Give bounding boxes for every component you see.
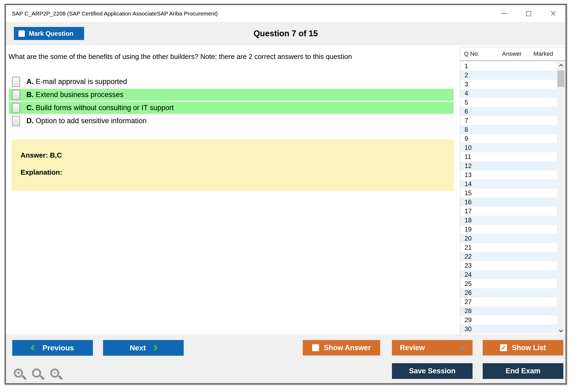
question-list-row[interactable]: 26 [460,288,557,297]
review-button[interactable]: Review [392,340,473,355]
question-list-row[interactable]: 29 [460,315,557,325]
q-no-cell: 27 [460,298,492,306]
close-icon[interactable]: ✕ [549,10,557,17]
zoom-controls: + − [13,368,64,382]
question-list-header: Q No. Answer Marked [460,47,565,61]
q-no-cell: 23 [460,262,492,269]
scroll-up-button[interactable] [557,62,565,69]
question-list-row[interactable]: 28 [460,306,557,315]
minimize-icon[interactable] [500,10,508,17]
q-no-cell: 26 [460,289,492,297]
show-list-button[interactable]: ✓ Show List [483,340,563,355]
show-answer-label: Show Answer [324,344,371,352]
end-exam-button[interactable]: End Exam [483,363,563,379]
question-list-row[interactable]: 9 [460,134,557,143]
q-no-cell: 22 [460,253,492,260]
question-list-row[interactable]: 4 [460,89,557,98]
show-list-checkbox[interactable]: ✓ [500,344,507,351]
review-label: Review [400,344,425,352]
scrollbar-track[interactable] [557,69,565,327]
question-list-row[interactable]: 24 [460,270,557,279]
option-row-A[interactable]: A. E-mail approval is supported [9,76,454,88]
question-list-row[interactable]: 15 [460,189,557,198]
scrollbar-thumb[interactable] [557,70,564,87]
option-checkbox[interactable] [12,103,20,113]
question-list-row[interactable]: 27 [460,297,557,306]
question-list-rows: 1234567891011121314151617181920212223242… [460,62,557,334]
q-no-cell: 24 [460,271,492,278]
q-no-cell: 15 [460,189,492,197]
option-label: A. E-mail approval is supported [26,78,127,86]
q-no-cell: 14 [460,180,492,188]
previous-button[interactable]: Previous [12,340,93,356]
options-list: A. E-mail approval is supportedB. Extend… [9,76,454,128]
mark-question-label: Mark Question [29,30,73,37]
scroll-down-button[interactable] [557,327,565,334]
option-label: B. Extend business processes [26,91,123,99]
question-list-row[interactable]: 14 [460,179,557,189]
chevron-left-icon [30,345,37,351]
q-no-cell: 7 [460,117,492,124]
triangle-up-icon [459,346,466,350]
question-list-row[interactable]: 12 [460,161,557,170]
answer-panel: Answer: B,C Explanation: [11,139,454,191]
option-checkbox[interactable] [12,90,20,100]
option-label: D. Option to add sensitive information [26,117,147,125]
footer-bar: Previous Next + − Show Answer Review [6,334,565,383]
next-button[interactable]: Next [103,340,184,356]
question-list-row[interactable]: 30 [460,325,557,334]
question-list-row[interactable]: 8 [460,125,557,134]
question-list-row[interactable]: 6 [460,107,557,116]
zoom-in-icon[interactable]: + [13,368,27,382]
option-checkbox[interactable] [12,77,20,87]
chevron-up-icon [559,64,563,68]
show-list-label: Show List [512,344,546,352]
q-no-cell: 4 [460,90,492,97]
explanation-text: Explanation: [21,168,454,177]
content-area: What are the some of the benefits of usi… [6,45,565,334]
question-list-row[interactable]: 10 [460,143,557,152]
save-session-button[interactable]: Save Session [392,363,473,379]
mark-question-checkbox[interactable] [18,30,25,37]
q-no-cell: 21 [460,244,492,251]
question-list-row[interactable]: 11 [460,152,557,161]
q-no-cell: 10 [460,144,492,151]
question-list-row[interactable]: 16 [460,198,557,207]
question-list-row[interactable]: 3 [460,80,557,89]
header-band: Question 7 of 15 Mark Question [6,22,565,45]
q-no-cell: 28 [460,307,492,315]
previous-label: Previous [42,344,74,352]
question-list-row[interactable]: 25 [460,279,557,288]
question-list-row[interactable]: 18 [460,216,557,225]
option-row-D[interactable]: D. Option to add sensitive information [9,115,454,127]
option-row-B[interactable]: B. Extend business processes [9,89,454,101]
zoom-reset-icon[interactable] [32,368,45,382]
show-answer-button[interactable]: Show Answer [303,340,380,355]
q-no-cell: 12 [460,162,492,170]
question-list-row[interactable]: 17 [460,207,557,216]
maximize-icon[interactable] [525,10,532,17]
question-list-scrollbar[interactable] [557,62,565,334]
option-row-C[interactable]: C. Build forms without consulting or IT … [9,102,454,114]
question-list-row[interactable]: 23 [460,261,557,270]
zoom-out-icon[interactable]: − [50,368,64,382]
question-list-row[interactable]: 1 [460,62,557,71]
q-no-cell: 8 [460,126,492,133]
question-list-row[interactable]: 2 [460,71,557,80]
q-no-cell: 11 [460,153,492,161]
question-list-row[interactable]: 21 [460,243,557,252]
q-no-cell: 6 [460,108,492,115]
question-list-row[interactable]: 5 [460,98,557,107]
question-list-row[interactable]: 7 [460,116,557,125]
mark-question-button[interactable]: Mark Question [14,27,84,40]
next-label: Next [130,344,146,352]
q-no-cell: 3 [460,81,492,88]
question-list-row[interactable]: 20 [460,234,557,243]
question-list-panel: Q No. Answer Marked 12345678910111213141… [460,47,565,334]
question-list-row[interactable]: 13 [460,170,557,179]
question-list-row[interactable]: 19 [460,225,557,234]
show-answer-checkbox[interactable] [312,344,319,351]
option-checkbox[interactable] [12,116,20,126]
question-list-row[interactable]: 22 [460,252,557,261]
column-header-marked: Marked [532,50,565,57]
